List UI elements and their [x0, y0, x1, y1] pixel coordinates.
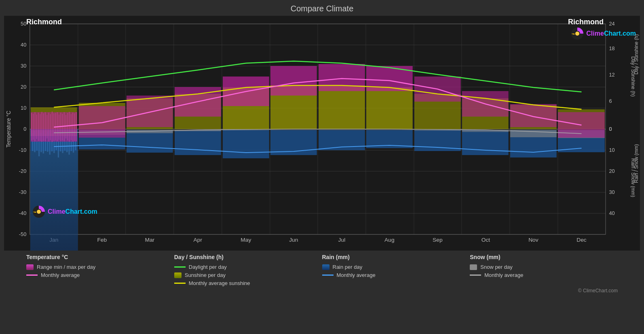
- svg-rect-157: [72, 113, 73, 142]
- svg-rect-138: [40, 114, 40, 141]
- sunshine-avg-line: [174, 283, 186, 284]
- svg-text:-50: -50: [19, 232, 27, 237]
- svg-text:-40: -40: [19, 211, 27, 216]
- svg-text:Sep: Sep: [433, 237, 443, 243]
- svg-rect-142: [46, 115, 47, 138]
- logo-bottom-left: ClimeChart.com: [32, 205, 97, 218]
- svg-text:0: 0: [609, 126, 612, 132]
- logo-top-right: ClimeChart.com: [571, 27, 636, 40]
- logo-icon-right: [571, 27, 584, 40]
- sunshine-swatch: [174, 272, 182, 278]
- svg-text:18: 18: [609, 46, 614, 51]
- svg-rect-143: [48, 113, 49, 142]
- svg-rect-84: [414, 130, 461, 131]
- svg-point-2: [37, 210, 41, 214]
- location-label-right: Richmond: [568, 18, 604, 26]
- main-chart-svg: 50 40 30 20 10 0 -10 -20 -30 -40 -50 24 …: [4, 16, 640, 251]
- day-sunshine-axis-label: Day / Sunshine (h): [633, 28, 639, 81]
- svg-text:30: 30: [609, 189, 614, 195]
- svg-rect-127: [319, 64, 365, 91]
- svg-text:10: 10: [609, 147, 614, 153]
- svg-rect-144: [50, 114, 51, 140]
- legend-rain-avg-label: Monthly average: [337, 272, 376, 278]
- chart-wrapper: Richmond Richmond ClimeChart.com: [4, 16, 640, 251]
- svg-rect-153: [65, 115, 66, 138]
- svg-text:40: 40: [21, 42, 26, 48]
- legend-rain-bar-label: Rain per day: [333, 264, 363, 270]
- svg-rect-116: [366, 87, 413, 129]
- svg-rect-134: [33, 114, 34, 140]
- daylight-line: [174, 266, 186, 268]
- legend-temp-avg: Monthly average: [26, 272, 174, 278]
- svg-text:30: 30: [21, 63, 26, 69]
- legend-rain-avg: Monthly average: [322, 272, 470, 278]
- svg-rect-136: [36, 115, 37, 139]
- page-container: Compare Climate Richmond Richmond ClimeC…: [0, 0, 644, 334]
- location-label-left: Richmond: [26, 18, 62, 26]
- legend-snow-avg: Monthly average: [470, 272, 618, 278]
- svg-rect-145: [52, 111, 53, 142]
- rain-snow-axis-label: Rain / Snow (mm): [633, 137, 639, 190]
- logo-text-left: ClimeChart.com: [48, 208, 97, 215]
- legend-snow: Snow (mm) Snow per day Monthly average: [470, 254, 618, 286]
- svg-text:0: 0: [23, 126, 26, 132]
- legend-temp-range: Range min / max per day: [26, 264, 174, 270]
- svg-rect-154: [67, 113, 68, 140]
- svg-rect-156: [71, 114, 72, 140]
- svg-rect-151: [62, 114, 63, 140]
- legend-temp-avg-label: Monthly average: [41, 272, 80, 278]
- snow-swatch: [470, 264, 477, 270]
- legend-sunshine-title: Day / Sunshine (h): [174, 254, 322, 260]
- legend-daylight-label: Daylight per day: [189, 264, 227, 270]
- svg-text:24: 24: [609, 21, 614, 27]
- svg-rect-133: [31, 113, 32, 140]
- legend-snow-bar-label: Snow per day: [480, 264, 513, 270]
- svg-text:-20: -20: [19, 168, 27, 174]
- svg-text:12: 12: [609, 72, 614, 78]
- svg-rect-80: [223, 130, 269, 130]
- legend-snow-bar: Snow per day: [470, 264, 618, 270]
- svg-text:Mar: Mar: [145, 237, 154, 243]
- legend-temperature: Temperature °C Range min / max per day M…: [26, 254, 174, 286]
- page-title: Compare Climate: [0, 4, 644, 13]
- legend-daylight: Daylight per day: [174, 264, 322, 270]
- svg-rect-66: [127, 130, 173, 153]
- chart-area: Richmond Richmond ClimeChart.com: [4, 16, 640, 334]
- svg-rect-158: [74, 113, 75, 141]
- legend-area: Temperature °C Range min / max per day M…: [4, 251, 640, 286]
- svg-text:Jul: Jul: [338, 237, 346, 243]
- legend-sunshine: Day / Sunshine (h) Daylight per day Suns…: [174, 254, 322, 286]
- legend-sunshine-bar: Sunshine per day: [174, 272, 322, 278]
- svg-rect-137: [38, 113, 39, 141]
- rain-swatch: [322, 264, 329, 270]
- snow-avg-line: [470, 274, 481, 276]
- legend-rain: Rain (mm) Rain per day Monthly average: [322, 254, 470, 286]
- svg-text:Nov: Nov: [528, 237, 538, 243]
- rain-avg-line: [322, 274, 334, 276]
- svg-rect-73: [462, 130, 509, 155]
- svg-text:Aug: Aug: [384, 237, 395, 243]
- svg-text:20: 20: [21, 84, 26, 90]
- svg-rect-122: [79, 106, 125, 138]
- svg-text:-30: -30: [19, 189, 27, 195]
- svg-text:50: 50: [21, 21, 26, 27]
- legend-rain-bar: Rain per day: [322, 264, 470, 270]
- svg-rect-82: [319, 130, 365, 130]
- svg-point-5: [575, 32, 579, 36]
- svg-rect-115: [319, 85, 365, 129]
- svg-rect-155: [69, 112, 70, 142]
- legend-sunshine-avg: Monthly average sunshine: [174, 280, 322, 286]
- legend-temp-title: Temperature °C: [26, 254, 174, 260]
- svg-rect-72: [414, 130, 461, 151]
- svg-text:Apr: Apr: [194, 237, 203, 243]
- svg-text:Jun: Jun: [289, 237, 298, 243]
- legend-snow-avg-label: Monthly average: [484, 272, 523, 278]
- legend-sunshine-bar-label: Sunshine per day: [185, 272, 226, 278]
- legend-snow-title: Snow (mm): [470, 254, 618, 260]
- logo-icon-left: [32, 205, 45, 218]
- svg-text:Temperature °C: Temperature °C: [6, 111, 12, 147]
- svg-text:Dec: Dec: [576, 237, 587, 243]
- svg-rect-81: [270, 130, 317, 130]
- svg-text:20: 20: [609, 168, 614, 174]
- legend-temp-range-label: Range min / max per day: [37, 264, 95, 270]
